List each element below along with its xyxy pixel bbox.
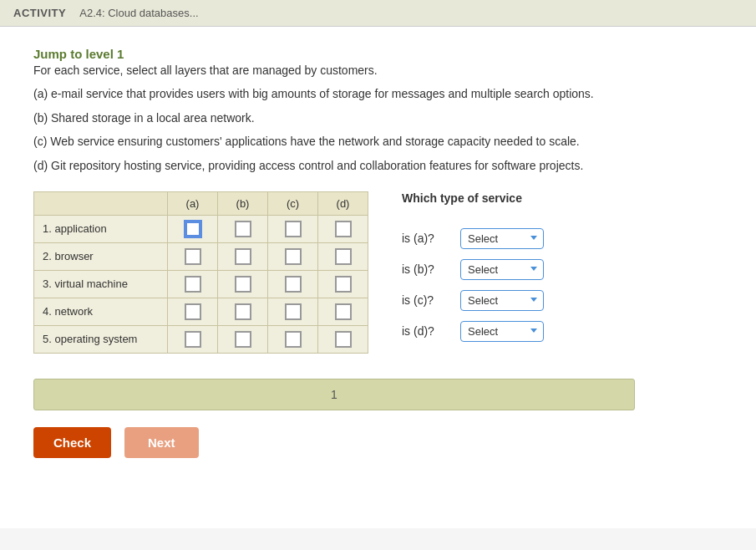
- col-header-label: [34, 191, 168, 215]
- checkbox-icon-1d[interactable]: [335, 221, 352, 237]
- checkbox-1a[interactable]: [168, 215, 218, 242]
- instructions-item-a: (a) e-mail service that provides users w…: [33, 84, 723, 103]
- next-button[interactable]: Next: [124, 427, 199, 458]
- dropdown-area: Which type of service is (a)? Select Iaa…: [402, 191, 544, 342]
- table-row: 5. operating system: [34, 325, 368, 353]
- dropdown-label-d: is (d)?: [402, 324, 452, 338]
- checkbox-icon-2c[interactable]: [285, 248, 302, 265]
- checkbox-icon-2d[interactable]: [335, 248, 352, 265]
- table-row: 4. network: [34, 298, 368, 325]
- checkbox-icon-5c[interactable]: [285, 331, 302, 348]
- checkbox-icon-4c[interactable]: [285, 303, 302, 320]
- checkbox-2a[interactable]: [168, 242, 218, 270]
- checkbox-icon-4d[interactable]: [335, 303, 352, 320]
- checkbox-icon-2b[interactable]: [235, 248, 251, 265]
- checkbox-3c[interactable]: [268, 270, 318, 298]
- checkbox-4a[interactable]: [168, 298, 218, 325]
- checkbox-icon-2a[interactable]: [185, 248, 201, 265]
- checkbox-4d[interactable]: [318, 298, 368, 325]
- checkbox-icon-4a[interactable]: [185, 303, 201, 320]
- checkbox-2c[interactable]: [268, 242, 318, 270]
- checkbox-icon-5d[interactable]: [335, 331, 352, 348]
- checkbox-3b[interactable]: [218, 270, 268, 298]
- dropdown-label-b: is (b)?: [402, 262, 452, 276]
- instructions-item-b: (b) Shared storage in a local area netwo…: [33, 109, 723, 127]
- checkbox-icon-1b[interactable]: [235, 221, 251, 237]
- dropdown-select-a[interactable]: Select IaaS PaaS SaaS: [460, 228, 544, 249]
- checkbox-2b[interactable]: [218, 242, 268, 270]
- dropdown-label-a: is (a)?: [402, 232, 452, 245]
- checkbox-5a[interactable]: [168, 325, 218, 353]
- checkbox-1c[interactable]: [268, 215, 318, 242]
- dropdown-row-b: is (b)? Select IaaS PaaS SaaS: [402, 259, 544, 280]
- dropdown-row-a: is (a)? Select IaaS PaaS SaaS: [402, 228, 544, 249]
- checkbox-4c[interactable]: [268, 298, 318, 325]
- checkbox-icon-5b[interactable]: [235, 331, 251, 348]
- checkbox-3d[interactable]: [318, 270, 368, 298]
- checkbox-icon-1a[interactable]: [185, 221, 201, 237]
- checkbox-3a[interactable]: [168, 270, 218, 298]
- checkbox-5d[interactable]: [318, 325, 368, 353]
- breadcrumb: A2.4: Cloud databases...: [79, 7, 198, 19]
- dropdown-row-d: is (d)? Select IaaS PaaS SaaS: [402, 321, 544, 342]
- checkbox-icon-3d[interactable]: [335, 276, 352, 293]
- checkbox-5b[interactable]: [218, 325, 268, 353]
- instructions-item-c: (c) Web service ensuring customers' appl…: [33, 132, 723, 150]
- row-label-1: 1. application: [34, 215, 168, 242]
- top-bar: ACTIVITY A2.4: Cloud databases...: [0, 0, 756, 27]
- dropdown-select-d[interactable]: Select IaaS PaaS SaaS: [460, 321, 544, 342]
- checkbox-icon-3c[interactable]: [285, 276, 302, 293]
- main-content: Jump to level 1 For each service, select…: [0, 27, 756, 528]
- row-label-3: 3. virtual machine: [34, 270, 168, 298]
- checkbox-table-wrapper: (a) (b) (c) (d) 1. application: [33, 191, 368, 354]
- activity-label: ACTIVITY: [13, 7, 66, 19]
- col-header-c: (c): [268, 191, 318, 215]
- checkbox-icon-3a[interactable]: [185, 276, 201, 293]
- col-header-b: (b): [218, 191, 268, 215]
- instructions-item-d: (d) Git repository hosting service, prov…: [33, 156, 723, 175]
- activity-area: (a) (b) (c) (d) 1. application: [33, 191, 723, 354]
- row-label-4: 4. network: [34, 298, 168, 325]
- dropdown-label-c: is (c)?: [402, 293, 452, 307]
- checkbox-5c[interactable]: [268, 325, 318, 353]
- checkbox-4b[interactable]: [218, 298, 268, 325]
- col-header-d: (d): [318, 191, 368, 215]
- pagination-current: 1: [331, 388, 337, 401]
- col-header-a: (a): [168, 191, 218, 215]
- checkbox-2d[interactable]: [318, 242, 368, 270]
- dropdown-heading: Which type of service: [402, 191, 544, 205]
- row-label-2: 2. browser: [34, 242, 168, 270]
- row-label-5: 5. operating system: [34, 325, 168, 353]
- checkbox-icon-3b[interactable]: [235, 276, 251, 293]
- dropdown-select-b[interactable]: Select IaaS PaaS SaaS: [460, 259, 544, 280]
- checkbox-table: (a) (b) (c) (d) 1. application: [33, 191, 368, 354]
- table-row: 2. browser: [34, 242, 368, 270]
- dropdown-row-c: is (c)? Select IaaS PaaS SaaS: [402, 290, 544, 311]
- check-button[interactable]: Check: [33, 427, 111, 458]
- instructions-intro: For each service, select all layers that…: [33, 61, 723, 79]
- checkbox-1d[interactable]: [318, 215, 368, 242]
- dropdown-select-c[interactable]: Select IaaS PaaS SaaS: [460, 290, 544, 311]
- checkbox-icon-5a[interactable]: [185, 331, 201, 348]
- button-row: Check Next: [33, 427, 723, 458]
- table-row: 3. virtual machine: [34, 270, 368, 298]
- instructions-block: For each service, select all layers that…: [33, 61, 723, 175]
- pagination-bar: 1: [33, 379, 635, 410]
- checkbox-icon-4b[interactable]: [235, 303, 251, 320]
- checkbox-icon-1c[interactable]: [285, 221, 302, 237]
- table-row: 1. application: [34, 215, 368, 242]
- jump-to-level-link[interactable]: Jump to level 1: [33, 47, 124, 61]
- checkbox-1b[interactable]: [218, 215, 268, 242]
